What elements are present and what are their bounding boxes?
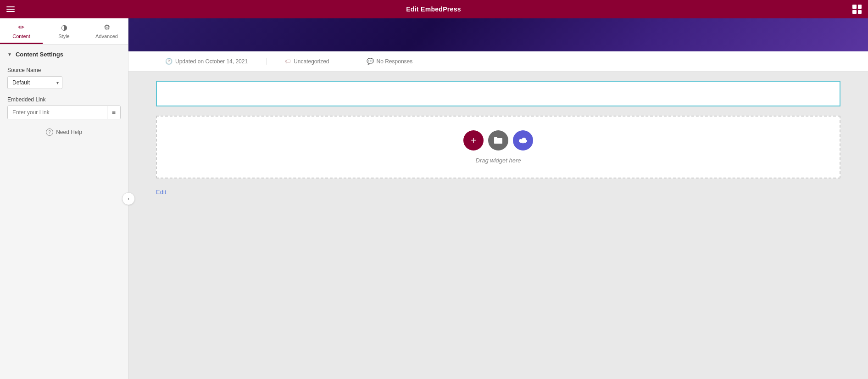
cloud-icon xyxy=(518,136,528,145)
post-meta-bar: 🕐 Updated on October 14, 2021 🏷 Uncatego… xyxy=(128,51,868,72)
style-tab-icon: ◑ xyxy=(61,23,67,32)
advanced-tab-icon: ⚙ xyxy=(104,23,110,32)
post-updated-text: Updated on October 14, 2021 xyxy=(175,58,248,65)
sidebar-tabs: ✏ Content ◑ Style ⚙ Advanced xyxy=(0,18,128,45)
sidebar-collapse-button[interactable]: ‹ xyxy=(122,192,135,205)
style-tab-label: Style xyxy=(58,33,69,39)
need-help-section[interactable]: ? Need Help xyxy=(7,128,121,136)
need-help-label: Need Help xyxy=(56,129,82,135)
header-title: Edit EmbedPress xyxy=(406,6,461,13)
sidebar-content: ▼ Content Settings Source Name Default C… xyxy=(0,45,128,379)
tab-content[interactable]: ✏ Content xyxy=(0,18,43,44)
drag-widget-text: Drag widget here xyxy=(476,157,521,164)
post-category-meta: 🏷 Uncategorized xyxy=(267,58,348,65)
form-section: Source Name Default Custom Google YouTub… xyxy=(0,63,128,143)
canvas-content: + Drag widget here Ed xyxy=(128,72,868,379)
source-name-select[interactable]: Default Custom Google YouTube Vimeo xyxy=(7,76,62,89)
canvas-area: 🕐 Updated on October 14, 2021 🏷 Uncatego… xyxy=(128,18,868,379)
hamburger-menu-icon[interactable] xyxy=(6,6,15,12)
content-settings-section: ▼ Content Settings xyxy=(0,45,128,63)
content-tab-label: Content xyxy=(12,33,30,39)
drop-zone: + Drag widget here xyxy=(156,116,840,178)
drop-zone-buttons: + xyxy=(463,130,533,150)
folder-widget-button[interactable] xyxy=(488,130,508,150)
help-circle-icon: ? xyxy=(46,128,53,136)
top-header: Edit EmbedPress xyxy=(0,0,868,18)
comment-icon: 💬 xyxy=(367,58,374,65)
source-name-label: Source Name xyxy=(7,67,121,73)
sidebar: ✏ Content ◑ Style ⚙ Advanced ▼ Content S… xyxy=(0,18,128,379)
add-widget-button[interactable]: + xyxy=(463,130,484,150)
clock-icon: 🕐 xyxy=(165,58,172,65)
cloud-widget-button[interactable] xyxy=(513,130,533,150)
section-collapse-arrow[interactable]: ▼ xyxy=(7,52,12,57)
post-category-text: Uncategorized xyxy=(294,58,329,65)
embedded-link-input-wrapper: ≡ xyxy=(7,106,121,119)
advanced-tab-label: Advanced xyxy=(95,33,118,39)
section-title: Content Settings xyxy=(16,51,63,58)
edit-link[interactable]: Edit xyxy=(156,189,166,195)
content-tab-icon: ✏ xyxy=(18,23,24,32)
source-name-field: Source Name Default Custom Google YouTub… xyxy=(7,67,121,89)
post-responses-text: No Responses xyxy=(377,58,413,65)
tab-advanced[interactable]: ⚙ Advanced xyxy=(85,18,128,44)
post-responses-meta: 💬 No Responses xyxy=(348,58,431,65)
embedded-link-field: Embedded Link ≡ xyxy=(7,96,121,119)
folder-icon xyxy=(493,136,503,145)
tag-icon: 🏷 xyxy=(285,58,291,65)
source-name-select-wrapper: Default Custom Google YouTube Vimeo ▾ xyxy=(7,76,62,89)
post-updated-meta: 🕐 Updated on October 14, 2021 xyxy=(165,58,267,65)
canvas-spacer xyxy=(156,196,840,288)
main-layout: ✏ Content ◑ Style ⚙ Advanced ▼ Content S… xyxy=(0,18,868,379)
embedded-link-label: Embedded Link xyxy=(7,96,121,103)
embedded-link-input[interactable] xyxy=(8,106,107,119)
embed-widget-box[interactable] xyxy=(156,81,840,106)
grid-apps-icon[interactable] xyxy=(852,5,862,14)
tab-style[interactable]: ◑ Style xyxy=(43,18,85,44)
link-menu-icon-button[interactable]: ≡ xyxy=(107,106,120,119)
canvas-hero-banner xyxy=(128,18,868,51)
